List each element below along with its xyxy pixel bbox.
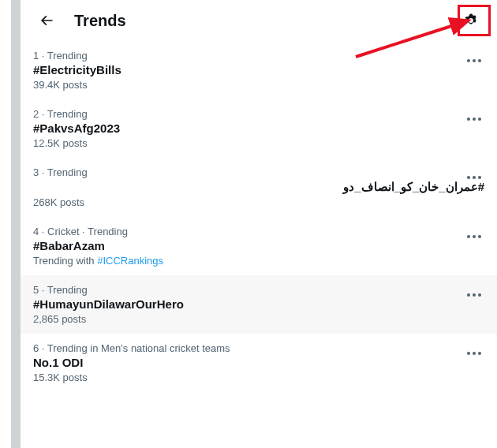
more-options-button[interactable]: [461, 282, 488, 308]
trends-list: 1 · Trending#ElectricityBills39.4K posts…: [21, 41, 497, 392]
trend-posts-count: 15.3K posts: [33, 371, 484, 383]
trend-posts-count: 39.4K posts: [33, 79, 484, 91]
trend-posts-count: 12.5K posts: [33, 137, 484, 149]
ellipsis-icon: [467, 293, 481, 297]
trending-with: Trending with #ICCRankings: [33, 255, 484, 267]
ellipsis-icon: [467, 352, 481, 355]
trend-item[interactable]: 6 · Trending in Men's national cricket t…: [21, 334, 497, 392]
ellipsis-icon: [467, 59, 481, 62]
back-button[interactable]: [33, 7, 60, 34]
more-options-button[interactable]: [461, 106, 488, 133]
trend-meta: 6 · Trending in Men's national cricket t…: [33, 342, 484, 354]
trends-page: Trends 1 · Trending#ElectricityBills39.4…: [21, 0, 497, 448]
trending-with-link[interactable]: #ICCRankings: [97, 255, 163, 267]
more-options-button[interactable]: [461, 223, 488, 250]
back-arrow-icon: [39, 13, 54, 28]
page-title: Trends: [74, 12, 458, 30]
ellipsis-icon: [467, 176, 481, 179]
trend-posts-count: 2,865 posts: [33, 313, 484, 325]
trend-item[interactable]: 3 · Trending#عمران_خان_کو_انصاف_دو268K p…: [21, 158, 497, 217]
trend-item[interactable]: 4 · Cricket · Trending#BabarAzamTrending…: [21, 217, 497, 275]
left-sidebar-sliver: [11, 0, 21, 448]
trend-topic: #BabarAzam: [33, 239, 484, 252]
trend-topic: #PakvsAfg2023: [33, 121, 484, 135]
trend-posts-count: 268K posts: [33, 196, 484, 208]
gear-icon: [463, 13, 479, 28]
page-header: Trends: [21, 0, 497, 41]
trend-meta: 5 · Trending: [33, 284, 484, 296]
trend-meta: 4 · Cricket · Trending: [33, 226, 484, 237]
trend-meta: 2 · Trending: [33, 108, 484, 120]
ellipsis-icon: [467, 118, 481, 121]
trend-topic: #عمران_خان_کو_انصاف_دو: [33, 180, 484, 194]
trend-item[interactable]: 5 · Trending#HumayunDilawarOurHero2,865 …: [21, 275, 497, 334]
more-options-button[interactable]: [461, 47, 488, 74]
trending-with-prefix: Trending with: [33, 255, 97, 267]
more-options-button[interactable]: [461, 164, 488, 191]
settings-button[interactable]: [458, 7, 484, 34]
trend-meta: 1 · Trending: [33, 50, 484, 62]
trend-topic: #HumayunDilawarOurHero: [33, 297, 484, 311]
trend-item[interactable]: 1 · Trending#ElectricityBills39.4K posts: [21, 41, 497, 99]
trend-meta: 3 · Trending: [33, 166, 484, 178]
trend-topic: #ElectricityBills: [33, 63, 484, 77]
ellipsis-icon: [467, 235, 481, 238]
more-options-button[interactable]: [461, 340, 488, 367]
trend-topic: No.1 ODI: [33, 356, 484, 369]
trend-item[interactable]: 2 · Trending#PakvsAfg202312.5K posts: [21, 99, 497, 158]
